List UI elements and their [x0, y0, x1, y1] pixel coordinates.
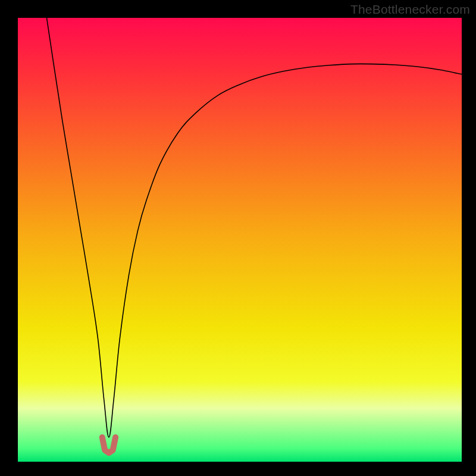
attribution-watermark: TheBottlenecker.com [350, 2, 470, 17]
bottleneck-chart [0, 0, 476, 476]
chart-container: TheBottlenecker.com [0, 0, 476, 476]
